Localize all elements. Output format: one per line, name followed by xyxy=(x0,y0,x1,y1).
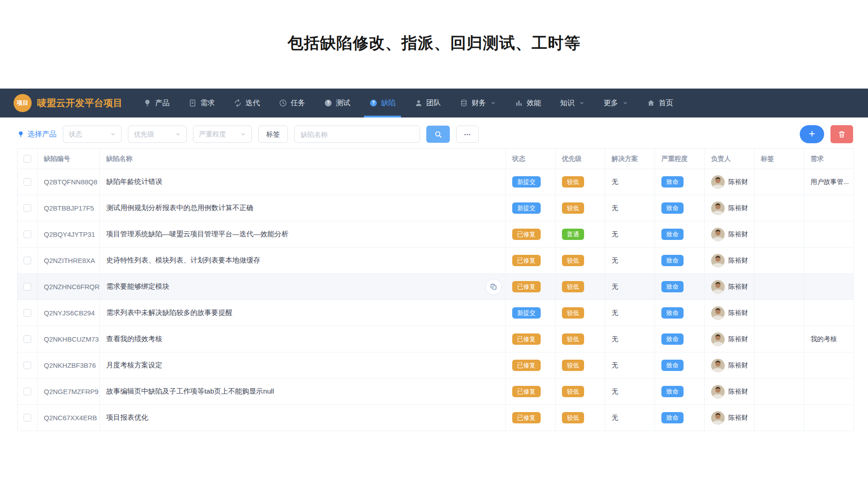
defect-table: 缺陷编号缺陷名称状态优先级解决方案严重程度负责人标签需求Q2BTQFNN88Q8… xyxy=(17,148,854,431)
defect-name-cell[interactable]: 需求要能够绑定模块 xyxy=(100,274,506,300)
nav-item-more[interactable]: 更多 xyxy=(604,89,628,117)
nav-item-finance[interactable]: 财务 xyxy=(460,89,496,117)
project-name[interactable]: 唛盟云开发平台项目 xyxy=(37,97,123,109)
tag-cell xyxy=(755,352,804,378)
select-all-checkbox[interactable] xyxy=(24,155,31,163)
severity-filter-select[interactable]: 严重程度 xyxy=(193,126,252,143)
row-checkbox[interactable] xyxy=(24,335,31,343)
column-header-label: 优先级 xyxy=(562,155,582,163)
filter-placeholder: 状态 xyxy=(69,130,82,139)
requirement-cell: 我的考核 xyxy=(804,326,854,352)
severity-badge: 致命 xyxy=(661,412,684,424)
delete-button[interactable] xyxy=(830,125,853,143)
priority-cell: 较低 xyxy=(556,326,605,352)
more-filters-button[interactable]: ··· xyxy=(456,126,479,143)
defect-name-cell[interactable]: 测试用例规划分析报表中的总用例数计算不正确 xyxy=(100,195,506,221)
row-checkbox-cell xyxy=(18,248,38,273)
priority-cell: 较低 xyxy=(556,195,605,221)
row-checkbox-cell xyxy=(18,274,38,300)
severity-badge: 致命 xyxy=(661,281,684,293)
row-checkbox[interactable] xyxy=(24,178,31,186)
nav-item-iteration[interactable]: 迭代 xyxy=(234,89,260,117)
owner-name: 陈裕财 xyxy=(728,309,748,317)
column-header-label: 负责人 xyxy=(711,155,731,163)
severity-badge: 致命 xyxy=(661,386,684,398)
defect-name[interactable]: 缺陷年龄统计错误 xyxy=(106,177,162,187)
defect-name[interactable]: 月度考核方案设定 xyxy=(106,361,162,370)
defect-name-cell[interactable]: 缺陷年龄统计错误 xyxy=(100,169,506,195)
defect-name-cell[interactable]: 查看我的绩效考核 xyxy=(100,326,506,352)
defect-name[interactable]: 项目报表优化 xyxy=(106,413,148,422)
defect-name[interactable]: 测试用例规划分析报表中的总用例数计算不正确 xyxy=(106,203,254,213)
tag-cell xyxy=(755,405,804,431)
tag-cell xyxy=(755,274,804,300)
nav-item-test[interactable]: ?测试 xyxy=(324,89,350,117)
row-checkbox[interactable] xyxy=(24,361,31,369)
row-checkbox[interactable] xyxy=(24,414,31,422)
defect-id: Q2NGE7MZFRP9 xyxy=(44,388,99,395)
defect-name-search-input[interactable] xyxy=(294,126,420,143)
row-checkbox[interactable] xyxy=(24,283,31,291)
tag-cell xyxy=(755,248,804,273)
defect-id-cell: Q2NC67XX4ERB xyxy=(38,405,100,431)
nav-item-team[interactable]: 团队 xyxy=(415,89,441,117)
requirement-cell xyxy=(804,274,854,300)
nav-item-task[interactable]: 任务 xyxy=(279,89,305,117)
defect-name[interactable]: 史诗特性列表、模块列表、计划列表要本地做缓存 xyxy=(106,256,260,265)
owner: 陈裕财 xyxy=(711,359,748,372)
row-checkbox[interactable] xyxy=(24,204,31,212)
owner: 陈裕财 xyxy=(711,411,748,425)
defect-name[interactable]: 需求列表中未解决缺陷较多的故事要提醒 xyxy=(106,308,232,318)
defect-name[interactable]: 故事编辑页中缺陷及子工作项等tab页上不能购显示null xyxy=(106,387,274,396)
owner-cell: 陈裕财 xyxy=(705,326,755,352)
row-checkbox-cell xyxy=(18,169,38,195)
nav-item-knowledge[interactable]: 知识 xyxy=(560,89,585,117)
owner: 陈裕财 xyxy=(711,202,748,215)
row-checkbox-cell xyxy=(18,326,38,352)
resolution-value: 无 xyxy=(612,282,618,291)
priority-filter-select[interactable]: 优先级 xyxy=(128,126,187,143)
row-checkbox[interactable] xyxy=(24,230,31,238)
nav-item-product[interactable]: 产品 xyxy=(143,89,170,117)
tag-filter-button[interactable]: 标签 xyxy=(258,126,288,143)
nav-item-home[interactable]: 首页 xyxy=(647,89,673,117)
tag-cell xyxy=(755,169,804,195)
select-product-link[interactable]: 选择产品 xyxy=(17,130,57,139)
column-header: 严重程度 xyxy=(655,149,705,169)
owner-avatar xyxy=(711,228,725,241)
defect-name[interactable]: 查看我的绩效考核 xyxy=(106,334,162,344)
defect-name-cell[interactable]: 月度考核方案设定 xyxy=(100,352,506,378)
search-button[interactable] xyxy=(426,126,450,143)
owner-avatar xyxy=(711,254,725,267)
status-filter-select[interactable]: 状态 xyxy=(63,126,122,143)
row-checkbox[interactable] xyxy=(24,309,31,317)
defect-name[interactable]: 项目管理系统缺陷—唛盟云项目管理平台—迭代—效能分析 xyxy=(106,230,288,239)
tag-cell xyxy=(755,326,804,352)
owner: 陈裕财 xyxy=(711,306,748,320)
row-checkbox[interactable] xyxy=(24,257,31,264)
nav-item-performance[interactable]: 效能 xyxy=(515,89,541,117)
nav-item-defect[interactable]: ?缺陷 xyxy=(369,89,396,117)
defect-name-cell[interactable]: 需求列表中未解决缺陷较多的故事要提醒 xyxy=(100,300,506,326)
defect-id: Q2NKHZBF3B76 xyxy=(44,361,96,369)
priority-cell: 较低 xyxy=(556,405,605,431)
defect-name-cell[interactable]: 项目报表优化 xyxy=(100,405,506,431)
question-circle-icon: ? xyxy=(369,99,377,107)
defect-name-cell[interactable]: 故事编辑页中缺陷及子工作项等tab页上不能购显示null xyxy=(100,379,506,404)
defect-name-cell[interactable]: 项目管理系统缺陷—唛盟云项目管理平台—迭代—效能分析 xyxy=(100,221,506,247)
priority-badge: 较低 xyxy=(562,386,584,398)
defect-name[interactable]: 需求要能够绑定模块 xyxy=(106,282,170,291)
nav-item-label: 知识 xyxy=(560,99,575,108)
severity-cell: 致命 xyxy=(655,379,705,404)
tag-cell xyxy=(755,300,804,326)
copy-defect-button[interactable] xyxy=(486,279,502,295)
row-checkbox[interactable] xyxy=(24,388,31,395)
status-badge: 新提交 xyxy=(512,202,541,214)
nav-item-requirement[interactable]: 需求 xyxy=(189,89,215,117)
column-header: 负责人 xyxy=(705,149,755,169)
owner-name: 陈裕财 xyxy=(728,204,748,212)
add-defect-button[interactable]: + xyxy=(800,125,824,143)
table-row: Q2NGE7MZFRP9故事编辑页中缺陷及子工作项等tab页上不能购显示null… xyxy=(18,379,854,405)
defect-name-cell[interactable]: 史诗特性列表、模块列表、计划列表要本地做缓存 xyxy=(100,248,506,273)
search-icon xyxy=(434,130,442,138)
